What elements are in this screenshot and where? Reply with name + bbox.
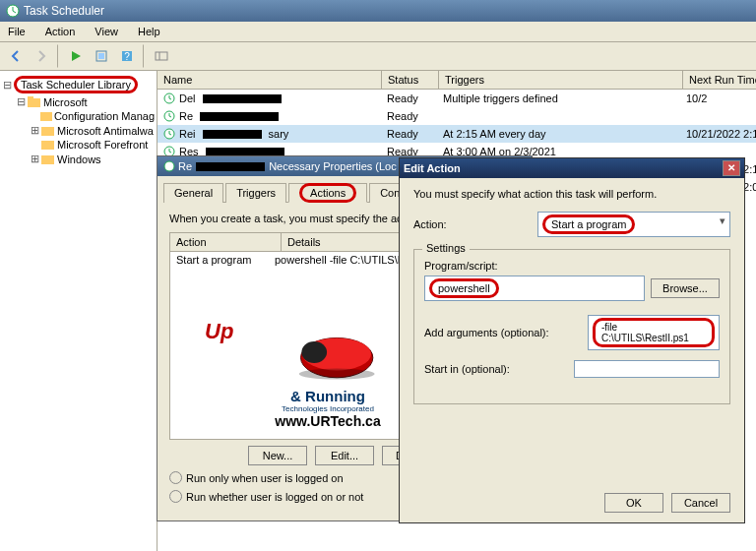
redacted [196, 162, 265, 171]
tree-item-microsoft[interactable]: ⊟Microsoft [16, 94, 155, 109]
refresh-button[interactable] [90, 44, 113, 68]
startin-label: Start in (optional): [424, 363, 568, 375]
folder-icon [41, 139, 55, 151]
edit-action-dialog: Edit Action ✕ You must specify what acti… [399, 157, 745, 523]
svg-text:?: ? [124, 51, 130, 62]
back-button[interactable] [4, 44, 28, 68]
tree-item[interactable]: Configuration Manag [30, 109, 155, 123]
close-icon[interactable]: ✕ [723, 160, 740, 176]
tab-triggers[interactable]: Triggers [225, 183, 286, 203]
svg-point-19 [164, 161, 174, 171]
properties-button[interactable] [150, 44, 173, 68]
tree-item[interactable]: Microsoft Forefront [30, 138, 155, 152]
window-title: Task Scheduler [24, 4, 104, 18]
col-status[interactable]: Status [382, 71, 439, 89]
svg-rect-12 [41, 155, 54, 164]
highlight-circle: powershell [429, 278, 499, 298]
cancel-button[interactable]: Cancel [671, 493, 730, 513]
clock-icon [6, 4, 20, 18]
action-select[interactable]: Start a program [537, 212, 730, 237]
tab-actions[interactable]: Actions [288, 183, 367, 203]
startin-input[interactable] [574, 360, 720, 378]
tree-root-label: Task Scheduler Library [21, 79, 131, 91]
highlight-circle: Task Scheduler Library [14, 76, 138, 93]
mouse-icon [274, 319, 382, 388]
dialog-titlebar[interactable]: Edit Action ✕ [400, 158, 744, 178]
folder-icon [28, 96, 41, 108]
tree-pane: ⊟ Task Scheduler Library ⊟Microsoft Conf… [0, 71, 158, 551]
menu-bar: File Action View Help [0, 22, 756, 42]
folder-icon [41, 125, 55, 137]
tree-label: Microsoft Antimalwa [57, 125, 154, 137]
edit-button[interactable]: Edit... [315, 446, 374, 465]
dialog-title: Edit Action [404, 162, 461, 174]
highlight-circle: Start a program [542, 214, 635, 234]
ok-button[interactable]: OK [604, 493, 663, 513]
tree-root[interactable]: ⊟ Task Scheduler Library [2, 75, 155, 94]
clock-icon [163, 128, 175, 140]
dialog-title-pre: Re [178, 160, 192, 172]
folder-icon [41, 153, 55, 165]
task-row[interactable]: DelReadyMultiple triggers defined10/2 [158, 90, 756, 107]
tree-item[interactable]: ⊞Microsoft Antimalwa [30, 123, 155, 138]
svg-point-21 [302, 337, 371, 370]
tree-label: Configuration Manag [54, 110, 155, 122]
action-cell: Start a program [176, 254, 275, 266]
folder-icon [40, 110, 52, 122]
browse-button[interactable]: Browse... [651, 278, 720, 298]
clock-icon [163, 92, 175, 104]
dialog-intro: You must specify what action this task w… [413, 188, 730, 200]
task-row[interactable]: ReReady [158, 107, 756, 125]
collapse-icon[interactable]: ⊟ [2, 79, 12, 92]
svg-rect-10 [41, 127, 54, 136]
arguments-label: Add arguments (optional): [424, 327, 582, 338]
menu-file[interactable]: File [4, 24, 30, 39]
col-action[interactable]: Action [170, 233, 282, 251]
separator [143, 44, 146, 68]
menu-help[interactable]: Help [134, 24, 164, 39]
highlight-circle: -file C:\UTILS\RestII.ps1 [593, 318, 715, 347]
menu-action[interactable]: Action [41, 24, 80, 39]
window-titlebar: Task Scheduler [0, 0, 756, 22]
tree-label: Microsoft [43, 96, 88, 108]
svg-point-22 [301, 341, 327, 363]
help-button[interactable]: ? [115, 44, 139, 68]
dialog-title: Necessary Properties (Loc [269, 160, 397, 172]
svg-rect-5 [156, 52, 167, 60]
tree-label: Microsoft Forefront [57, 139, 148, 151]
new-button[interactable]: New... [248, 446, 307, 465]
arguments-input[interactable]: -file C:\UTILS\RestII.ps1 [588, 315, 720, 350]
group-legend: Settings [422, 242, 470, 254]
col-triggers[interactable]: Triggers [439, 71, 683, 89]
tree-item[interactable]: ⊞Windows [30, 152, 155, 166]
tree-label: Windows [57, 153, 101, 165]
col-name[interactable]: Name [158, 71, 382, 89]
separator [57, 44, 60, 68]
action-label: Action: [413, 218, 532, 230]
svg-point-20 [301, 337, 373, 377]
program-input[interactable]: powershell [424, 276, 645, 301]
clock-icon [163, 110, 175, 122]
settings-group: Settings Program/script: powershell Brow… [413, 249, 730, 404]
svg-rect-11 [41, 141, 54, 150]
tab-general[interactable]: General [163, 183, 223, 203]
column-headers: Name Status Triggers Next Run Time Las [158, 71, 756, 90]
forward-button[interactable] [30, 44, 53, 68]
run-button[interactable] [64, 44, 88, 68]
svg-rect-2 [98, 53, 104, 59]
svg-point-23 [299, 369, 375, 380]
menu-view[interactable]: View [91, 24, 122, 39]
svg-rect-9 [40, 112, 52, 121]
clock-icon [163, 160, 175, 172]
task-row[interactable]: ReisaryReadyAt 2:15 AM every day10/21/20… [158, 125, 756, 143]
col-next[interactable]: Next Run Time [683, 71, 756, 89]
highlight-circle: Actions [299, 183, 356, 203]
svg-rect-8 [28, 96, 33, 100]
program-label: Program/script: [424, 260, 720, 272]
toolbar: ? [0, 42, 756, 71]
